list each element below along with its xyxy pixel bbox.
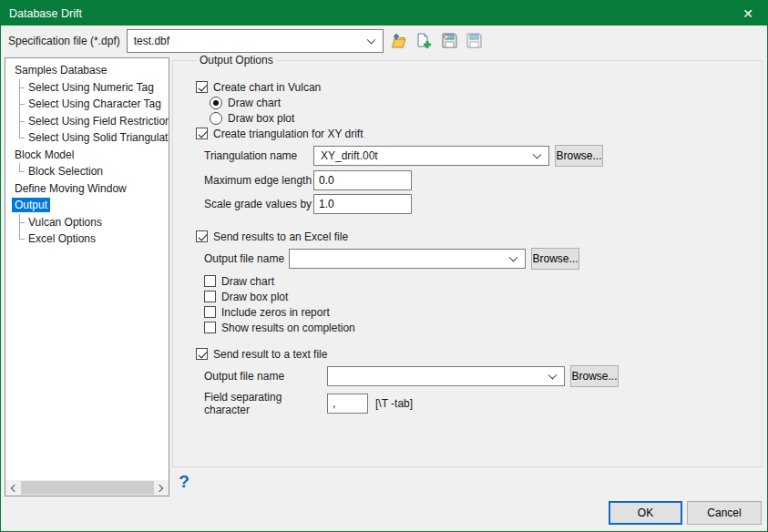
specification-file-combobox[interactable]: test.dbf	[127, 29, 384, 53]
tree-item-block-selection[interactable]: Block Selection	[5, 163, 169, 180]
triangulation-name-combobox[interactable]: XY_drift.00t	[313, 146, 549, 166]
show-results-label: Show results on completion	[221, 322, 355, 334]
draw-chart-label: Draw chart	[228, 97, 281, 109]
ok-button[interactable]: OK	[609, 501, 682, 525]
text-output-file-row: Output file name Browse...	[204, 365, 753, 387]
tree-connector	[15, 230, 26, 248]
window-title: Database Drift	[9, 7, 82, 20]
excel-file-checkbox-row[interactable]: Send results to an Excel file	[196, 229, 753, 244]
horizontal-scrollbar[interactable]	[5, 480, 169, 496]
text-output-file-label: Output file name	[204, 370, 327, 383]
tree-item-samples-database[interactable]: Samples Database	[5, 62, 169, 79]
maximum-edge-length-label: Maximum edge length	[204, 174, 313, 187]
maximum-edge-length-row: Maximum edge length	[204, 170, 753, 190]
text-file-label: Send result to a text file	[213, 348, 327, 361]
excel-output-file-combobox[interactable]	[289, 249, 526, 269]
excel-draw-box-plot-label: Draw box plot	[221, 291, 288, 303]
group-title: Output Options	[197, 54, 276, 66]
excel-draw-box-plot-checkbox-row[interactable]: Draw box plot	[204, 289, 753, 304]
checkbox-checked-icon[interactable]	[196, 230, 208, 242]
create-chart-label: Create chart in Vulcan	[213, 81, 321, 94]
specification-file-value: test.dbf	[134, 35, 169, 47]
excel-browse-button[interactable]: Browse...	[531, 248, 579, 270]
show-results-checkbox-row[interactable]: Show results on completion	[204, 320, 753, 335]
cancel-button[interactable]: Cancel	[687, 501, 762, 525]
navigation-tree-panel: Samples Database Select Using Numeric Ta…	[5, 57, 169, 496]
open-folder-icon[interactable]	[392, 32, 410, 50]
specification-toolbar	[392, 32, 484, 50]
close-icon[interactable]: ✕	[729, 1, 767, 26]
save-icon[interactable]	[441, 32, 459, 50]
excel-output-file-row: Output file name Browse...	[204, 248, 753, 270]
checkbox-checked-icon[interactable]	[196, 128, 208, 139]
chevron-down-icon	[548, 371, 558, 380]
tree-connector	[15, 113, 26, 130]
checkbox-icon[interactable]	[204, 322, 216, 333]
excel-draw-chart-checkbox-row[interactable]: Draw chart	[204, 273, 753, 289]
excel-output-file-label: Output file name	[204, 252, 289, 265]
triangulation-name-row: Triangulation name XY_drift.00t Browse..…	[204, 145, 753, 167]
tree-item-block-model[interactable]: Block Model	[5, 147, 169, 164]
new-file-plus-icon[interactable]	[416, 32, 435, 50]
checkbox-icon[interactable]	[204, 275, 216, 287]
radio-selected-icon[interactable]	[210, 97, 222, 109]
excel-draw-chart-label: Draw chart	[221, 275, 274, 288]
title-bar[interactable]: Database Drift ✕	[1, 1, 767, 26]
text-browse-button[interactable]: Browse...	[570, 365, 619, 387]
scale-grade-values-input[interactable]	[313, 194, 412, 214]
navigation-tree: Samples Database Select Using Numeric Ta…	[5, 58, 169, 248]
chevron-down-icon	[533, 150, 542, 159]
draw-box-plot-radio-row[interactable]: Draw box plot	[210, 110, 753, 126]
scroll-right-icon[interactable]	[153, 480, 169, 496]
field-separator-hint: [\T -tab]	[375, 397, 413, 410]
chevron-down-icon	[366, 35, 375, 44]
create-triangulation-checkbox-row[interactable]: Create triangulation for XY drift	[196, 126, 753, 141]
specification-file-label: Specification file (*.dpf)	[8, 35, 120, 47]
database-drift-dialog: Database Drift ✕ Specification file (*.d…	[0, 0, 768, 532]
scrollbar-thumb[interactable]	[21, 481, 154, 495]
tree-connector	[15, 79, 26, 97]
scroll-left-icon[interactable]	[5, 480, 21, 496]
triangulation-name-value: XY_drift.00t	[321, 149, 378, 162]
include-zeros-label: Include zeros in report	[221, 306, 330, 319]
text-output-file-combobox[interactable]	[327, 366, 565, 386]
create-chart-checkbox-row[interactable]: Create chart in Vulcan	[196, 79, 753, 95]
specification-row: Specification file (*.dpf) test.dbf	[1, 26, 767, 56]
text-file-checkbox-row[interactable]: Send result to a text file	[196, 346, 753, 362]
create-triangulation-label: Create triangulation for XY drift	[213, 128, 364, 140]
help-icon[interactable]: ?	[175, 472, 193, 494]
tree-item-select-solid-triangulation[interactable]: Select Using Solid Triangulation	[5, 129, 169, 147]
tree-item-excel-options[interactable]: Excel Options	[5, 230, 169, 248]
tree-item-define-moving-window[interactable]: Define Moving Window	[5, 180, 169, 198]
tree-item-select-character-tag[interactable]: Select Using Character Tag	[5, 96, 169, 113]
output-options-group: Output Options Create chart in Vulcan Dr…	[172, 54, 763, 467]
draw-box-plot-label: Draw box plot	[228, 112, 294, 125]
include-zeros-checkbox-row[interactable]: Include zeros in report	[204, 304, 753, 320]
checkbox-icon[interactable]	[204, 306, 216, 318]
tree-connector	[15, 214, 26, 231]
tree-connector	[15, 96, 26, 113]
scale-grade-values-label: Scale grade values by	[204, 198, 313, 210]
tree-item-select-numeric-tag[interactable]: Select Using Numeric Tag	[5, 79, 169, 97]
maximum-edge-length-input[interactable]	[313, 170, 412, 190]
tree-connector	[15, 163, 26, 180]
save-as-icon[interactable]	[466, 32, 484, 50]
field-separator-label: Field separating character	[204, 391, 327, 416]
tree-item-vulcan-options[interactable]: Vulcan Options	[5, 214, 169, 231]
checkbox-checked-icon[interactable]	[196, 81, 208, 93]
triangulation-name-label: Triangulation name	[204, 149, 313, 162]
excel-file-label: Send results to an Excel file	[213, 230, 348, 243]
chevron-down-icon	[509, 253, 518, 262]
checkbox-icon[interactable]	[204, 291, 216, 302]
scale-grade-values-row: Scale grade values by	[204, 194, 753, 214]
tree-item-select-field-restriction[interactable]: Select Using Field Restriction	[5, 113, 169, 130]
draw-chart-radio-row[interactable]: Draw chart	[210, 95, 753, 110]
radio-icon[interactable]	[210, 112, 222, 125]
checkbox-checked-icon[interactable]	[196, 348, 208, 360]
triangulation-browse-button[interactable]: Browse...	[555, 145, 603, 167]
field-separator-input[interactable]	[327, 394, 368, 414]
tree-connector	[15, 129, 26, 147]
field-separator-row: Field separating character [\T -tab]	[204, 391, 753, 416]
tree-item-output[interactable]: Output	[5, 197, 169, 214]
